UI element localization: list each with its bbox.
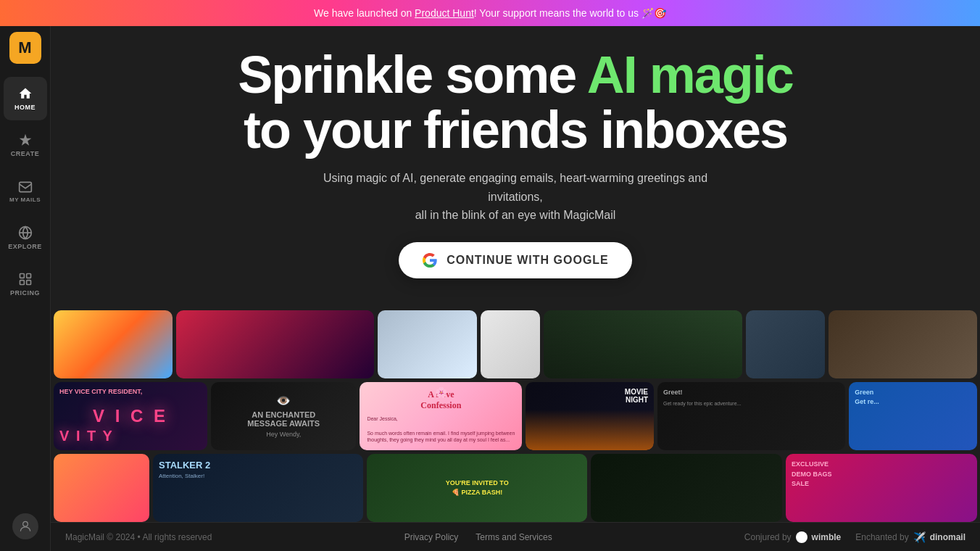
gallery-card-dark-bottom	[591, 454, 782, 522]
hero-section: Sprinkle some AI magic to your friends i…	[51, 26, 980, 310]
gallery-card-love-confession: A LoveConfession Dear Jessica,So much wo…	[360, 382, 522, 450]
svg-rect-0	[19, 182, 31, 191]
avatar-icon	[18, 519, 33, 534]
svg-point-6	[22, 521, 28, 526]
mail-icon	[18, 180, 33, 194]
gallery-row-1	[54, 310, 977, 378]
footer-links: Privacy Policy Terms and Services	[404, 532, 552, 542]
wimble-icon	[796, 531, 807, 543]
conjured-brand: Conjured by wimble	[744, 531, 841, 543]
gallery-grid: HEY VICE CITY RESIDENT, V I T Y 👁️ AN EN…	[54, 310, 977, 522]
sidebar-pricing-label: PRICING	[10, 289, 40, 297]
hero-title-line2: to your friends inboxes	[244, 101, 787, 159]
app-layout: M HOME CREATE MY MAILS	[0, 26, 980, 551]
sidebar-item-pricing[interactable]: PRICING	[4, 262, 47, 306]
gallery-card-r1c1	[54, 310, 173, 378]
explore-icon	[18, 225, 33, 240]
main-content: Sprinkle some AI magic to your friends i…	[51, 26, 980, 551]
top-banner: We have launched on Product Hunt! Your s…	[0, 0, 980, 26]
home-icon	[18, 86, 33, 101]
product-hunt-link[interactable]: Product Hunt	[415, 7, 474, 19]
sidebar-explore-label: EXPLORE	[8, 243, 42, 250]
gallery-card-sale: EXCLUSIVEDEMO BAGSSALE	[786, 454, 977, 522]
gallery-card-r1c2	[176, 310, 374, 378]
sidebar-item-my-mails[interactable]: MY MAILS	[4, 170, 47, 213]
svg-rect-3	[26, 274, 30, 278]
sidebar-home-label: HOME	[14, 104, 36, 111]
gallery-card-r3c1	[54, 454, 149, 522]
sidebar-item-explore[interactable]: EXPLORE	[4, 216, 47, 260]
gallery-card-pizza: YOU'RE INVITED TO🍕 PIZZA BASH!	[367, 454, 587, 522]
gallery-card-r1c4	[481, 310, 540, 378]
sidebar-item-create[interactable]: CREATE	[4, 123, 47, 167]
gallery-card-stalker: STALKER 2 Attention, Stalker!	[153, 454, 363, 522]
hero-title: Sprinkle some AI magic to your friends i…	[238, 48, 793, 157]
sidebar: M HOME CREATE MY MAILS	[0, 26, 51, 551]
gallery-card-vice-city: HEY VICE CITY RESIDENT, V I T Y	[54, 382, 207, 450]
sparkle-icon	[18, 133, 33, 147]
pricing-icon	[18, 272, 33, 286]
sidebar-item-home[interactable]: HOME	[4, 77, 47, 120]
google-icon	[422, 252, 438, 268]
gallery-card-blue: GreenGet re...	[849, 382, 977, 450]
continue-with-google-button[interactable]: CONTINUE WITH GOOGLE	[399, 242, 632, 278]
gallery-row-2: HEY VICE CITY RESIDENT, V I T Y 👁️ AN EN…	[54, 382, 977, 450]
gallery-container: HEY VICE CITY RESIDENT, V I T Y 👁️ AN EN…	[51, 310, 980, 522]
gallery-card-r1c3	[378, 310, 477, 378]
enchanted-brand: Enchanted by ✈️ dinomail	[855, 531, 966, 543]
hero-subtitle: Using magic of AI, generate engaging ema…	[298, 169, 733, 225]
svg-rect-4	[20, 281, 24, 285]
gallery-card-r1c6	[746, 310, 825, 378]
gallery-card-enchanted: 👁️ AN ENCHANTEDMESSAGE AWAITS Hey Wendy,	[211, 382, 356, 450]
user-avatar[interactable]	[12, 513, 38, 539]
svg-rect-5	[26, 281, 30, 285]
dinomail-icon: ✈️	[913, 531, 926, 543]
sidebar-mymails-label: MY MAILS	[9, 197, 41, 204]
footer: MagicMail © 2024 • All rights reserved P…	[51, 522, 980, 551]
sidebar-create-label: CREATE	[11, 150, 39, 157]
gallery-card-r1c5	[544, 310, 742, 378]
footer-brands: Conjured by wimble Enchanted by ✈️ dinom…	[744, 531, 966, 543]
gallery-card-dark-story: Greet! Get ready for this epic adventure…	[657, 382, 845, 450]
hero-title-highlight-green: AI magic	[587, 46, 793, 104]
app-logo[interactable]: M	[9, 32, 41, 64]
gallery-card-r1c7	[829, 310, 977, 378]
svg-rect-2	[20, 274, 24, 278]
terms-link[interactable]: Terms and Services	[476, 532, 552, 542]
gallery-row-3: STALKER 2 Attention, Stalker! YOU'RE INV…	[54, 454, 977, 522]
enchanted-title: AN ENCHANTEDMESSAGE AWAITS	[247, 410, 320, 428]
gallery-card-movie-night: MOVIENIGHT	[526, 382, 654, 450]
cta-label: CONTINUE WITH GOOGLE	[447, 254, 609, 267]
banner-text: We have launched on Product Hunt! Your s…	[314, 7, 666, 19]
privacy-policy-link[interactable]: Privacy Policy	[404, 532, 459, 542]
footer-copyright: MagicMail © 2024 • All rights reserved	[65, 532, 212, 542]
